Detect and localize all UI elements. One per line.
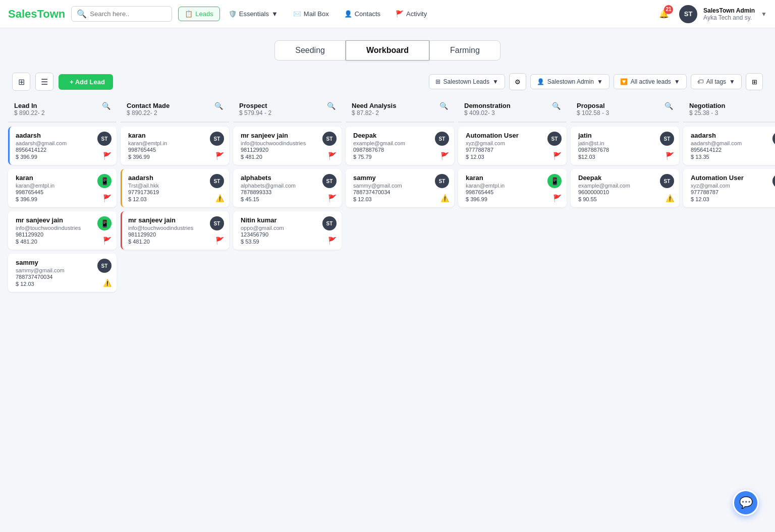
nav-label-leads: Leads: [195, 10, 213, 18]
chevron-down-icon: ▼: [271, 10, 278, 18]
col-title-3: Need Analysis: [352, 102, 396, 109]
card-email: oppo@gmail.com: [241, 225, 336, 231]
card-name: Automation User: [466, 132, 561, 139]
admin-label: Salestown Admin: [547, 78, 594, 85]
active-leads-filter-button[interactable]: 🔽 All active leads ▼: [614, 74, 687, 89]
card-amount: $ 12.03: [128, 196, 223, 202]
user-company: Ayka Tech and sy.: [703, 14, 755, 21]
nav-item-contacts[interactable]: 👤 Contacts: [338, 7, 387, 21]
red-flag-icon: 🚩: [328, 152, 337, 160]
col-search-5[interactable]: 🔍: [665, 102, 673, 110]
card-6-0[interactable]: ST aadarsh aadarsh@gmail.com 8956414122 …: [683, 127, 775, 165]
user-info: SalesTown Admin Ayka Tech and sy.: [703, 7, 755, 21]
leads-icon: 📋: [185, 10, 193, 18]
col-amount-5: $ 102.58 - 3: [577, 109, 609, 116]
tags-filter-button[interactable]: 🏷 All tags ▼: [691, 74, 742, 89]
list-view-button[interactable]: ☰: [35, 73, 53, 91]
card-name: aadarsh: [16, 132, 110, 139]
card-phone: 981129920: [241, 147, 336, 153]
nav-item-activity[interactable]: 🚩 Activity: [389, 7, 433, 21]
card-4-0[interactable]: ST Automation User xyz@gmail.com 9777887…: [458, 127, 567, 165]
activity-icon: 🚩: [396, 10, 404, 18]
card-email: karan@emtpl.in: [128, 140, 223, 146]
kanban-icon: ⊞: [18, 77, 25, 87]
nav-label-activity: Activity: [406, 10, 427, 18]
card-0-3[interactable]: ST sammy sammy@gmail.com 788737470034 $ …: [8, 254, 117, 292]
card-0-2[interactable]: 📱 mr sanjeev jain info@touchwoodindustri…: [8, 211, 117, 250]
tab-farming[interactable]: Farming: [429, 40, 501, 61]
user-avatar: ST: [210, 216, 224, 230]
user-avatar: ST: [210, 132, 224, 146]
col-header-4: Demonstration $ 409.02- 3 🔍: [458, 97, 567, 123]
col-search-1[interactable]: 🔍: [214, 102, 223, 110]
card-name: mr sanjeev jain: [128, 216, 223, 224]
card-amount: $ 481.20: [128, 239, 223, 245]
tab-seeding[interactable]: Seeding: [274, 40, 346, 61]
card-2-0[interactable]: ST mr sanjeev jain info@touchwoodindustr…: [233, 127, 342, 165]
tags-label: All tags: [706, 78, 726, 85]
card-name: mr sanjeev jain: [16, 216, 110, 224]
add-lead-button[interactable]: + Add Lead: [59, 74, 113, 90]
card-3-1[interactable]: ST sammy sammy@gmail.com 788737470034 $ …: [346, 169, 454, 207]
card-3-0[interactable]: ST Deepak example@gmail.com 0987887678 $…: [346, 127, 454, 165]
board-settings-icon: ⊞: [752, 78, 757, 86]
nav-item-essentials[interactable]: 🛡️ Essentials ▼: [222, 7, 285, 21]
card-amount: $ 90.55: [578, 196, 673, 202]
tab-workboard[interactable]: Workboard: [346, 40, 429, 61]
card-1-2[interactable]: ST mr sanjeev jain info@touchwoodindustr…: [121, 211, 229, 250]
col-amount-6: $ 25.38 - 3: [689, 109, 726, 116]
search-box[interactable]: 🔍: [71, 6, 172, 22]
card-1-0[interactable]: ST karan karan@emtpl.in 998765445 $ 396.…: [121, 127, 229, 165]
col-search-4[interactable]: 🔍: [552, 102, 561, 110]
col-header-0: Lead In $ 890.22- 2 🔍: [8, 97, 117, 123]
chat-fab-button[interactable]: 💬: [733, 490, 759, 516]
avatar: ST: [679, 5, 697, 23]
nav-item-leads[interactable]: 📋 Leads: [178, 7, 219, 21]
red-flag-icon: 🚩: [103, 152, 112, 160]
card-phone: 8956414122: [691, 147, 775, 153]
col-amount-1: $ 890.22- 2: [127, 109, 170, 116]
user-avatar: ST: [435, 174, 449, 188]
pipeline-settings-button[interactable]: ⚙: [509, 73, 526, 90]
pipeline-filter-button[interactable]: ⊞ Salestown Leads ▼: [429, 74, 505, 89]
card-phone: 0987887678: [353, 147, 448, 153]
card-6-1[interactable]: ST Automation User xyz@gmail.com 9777887…: [683, 169, 775, 207]
card-5-0[interactable]: ST jatin jatin@st.in 0987887678 $12.03 🚩: [571, 127, 679, 165]
red-flag-icon: 🚩: [666, 152, 674, 160]
user-chevron-icon[interactable]: ▼: [761, 11, 767, 18]
card-phone: 123456790: [241, 231, 336, 238]
tag-icon: 🏷: [697, 78, 703, 85]
logo-sales: Sales: [8, 8, 37, 20]
kanban-board: Lead In $ 890.22- 2 🔍 ST aadarsh aadarsh…: [0, 97, 775, 296]
notification-button[interactable]: 🔔 21: [655, 5, 673, 23]
nav-item-mailbox[interactable]: ✉️ Mail Box: [287, 7, 336, 21]
card-email: xyz@gmail.com: [466, 140, 561, 146]
card-email: karan@emtpl.in: [16, 183, 110, 189]
col-title-4: Demonstration: [464, 102, 511, 109]
card-phone: 981129920: [16, 231, 110, 238]
card-email: Trst@ail.hkk: [128, 183, 223, 189]
card-0-0[interactable]: ST aadarsh aadarsh@gmail.com 8956414122 …: [8, 127, 117, 165]
user-avatar: ST: [210, 174, 224, 188]
card-name: Automation User: [691, 174, 775, 182]
col-search-0[interactable]: 🔍: [102, 102, 110, 110]
card-0-1[interactable]: 📱 karan karan@emtpl.in 998765445 $ 396.9…: [8, 169, 117, 207]
card-5-1[interactable]: ST Deepak example@gmail.com 9600000010 $…: [571, 169, 679, 207]
board-settings-button[interactable]: ⊞: [746, 73, 763, 90]
card-4-1[interactable]: 📱 karan karan@emtpl.in 998765445 $ 396.9…: [458, 169, 567, 207]
tags-chevron-icon: ▼: [729, 78, 735, 85]
col-title-2: Prospect: [239, 102, 271, 109]
card-phone: 788737470034: [16, 274, 110, 280]
contacts-icon: 👤: [344, 10, 352, 18]
card-2-2[interactable]: ST Nitin kumar oppo@gmail.com 123456790 …: [233, 211, 342, 250]
col-search-3[interactable]: 🔍: [439, 102, 448, 110]
kanban-view-button[interactable]: ⊞: [12, 73, 30, 91]
red-flag-icon: 🚩: [215, 152, 224, 160]
red-flag-icon: 🚩: [103, 237, 112, 245]
search-input[interactable]: [90, 10, 165, 18]
admin-filter-button[interactable]: 👤 Salestown Admin ▼: [530, 74, 610, 89]
card-name: alphabets: [241, 174, 336, 182]
card-2-1[interactable]: ST alphabets alphabets@gmail.com 7878899…: [233, 169, 342, 207]
col-search-2[interactable]: 🔍: [327, 102, 336, 110]
card-1-1[interactable]: ST aadarsh Trst@ail.hkk 9779173619 $ 12.…: [121, 169, 229, 207]
